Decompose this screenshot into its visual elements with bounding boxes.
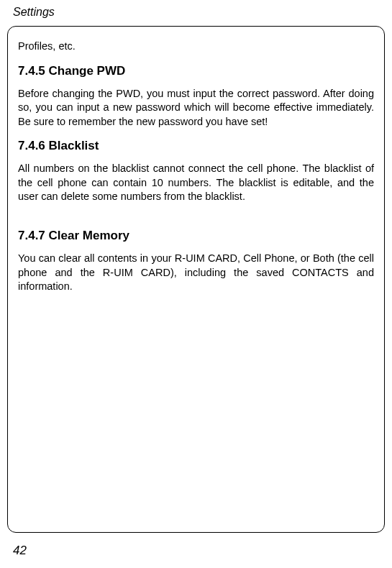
section-body-change-pwd: Before changing the PWD, you must input … [18,87,374,129]
page-header: Settings [0,0,392,19]
intro-fragment-text: Profiles, etc. [18,40,374,54]
section-body-blacklist: All numbers on the blacklist cannot conn… [18,162,374,204]
section-heading-blacklist: 7.4.6 Blacklist [18,139,374,153]
section-heading-change-pwd: 7.4.5 Change PWD [18,64,374,78]
section-spacer [18,214,374,227]
section-heading-clear-memory: 7.4.7 Clear Memory [18,229,374,243]
page-number: 42 [13,544,27,558]
section-body-clear-memory: You can clear all contents in your R-UIM… [18,252,374,294]
content-frame: Profiles, etc. 7.4.5 Change PWD Before c… [7,26,385,533]
